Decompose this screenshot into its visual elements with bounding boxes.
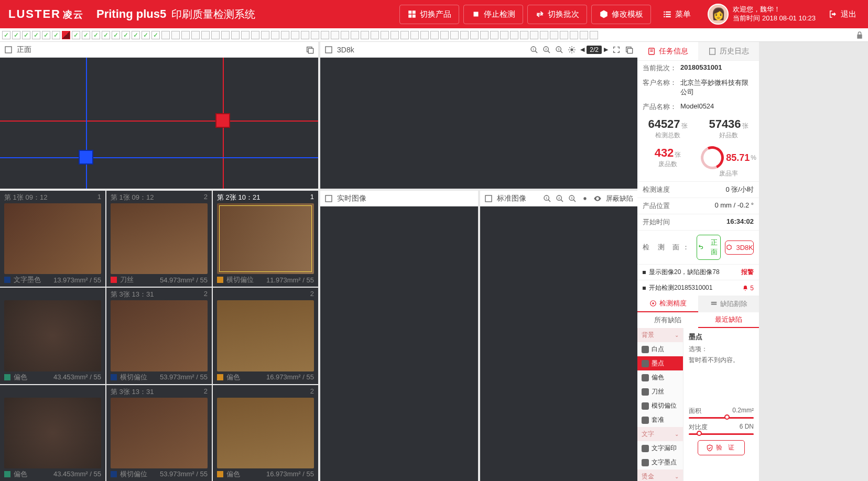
brightness-icon[interactable]	[581, 194, 589, 203]
blue-marker[interactable]	[79, 150, 93, 165]
front-canvas[interactable]	[0, 58, 318, 189]
status-empty[interactable]	[510, 31, 518, 39]
status-empty[interactable]	[281, 31, 289, 39]
status-empty[interactable]	[490, 31, 498, 39]
surface-front-button[interactable]: 正面	[697, 235, 721, 260]
status-empty[interactable]	[221, 31, 230, 39]
status-check[interactable]: ✓	[2, 31, 10, 39]
status-empty[interactable]	[271, 31, 279, 39]
zoom-3-icon[interactable]: 3	[568, 194, 577, 203]
status-empty[interactable]	[420, 31, 429, 39]
status-empty[interactable]	[400, 31, 409, 39]
modify-template-button[interactable]: 修改模板	[591, 5, 651, 24]
status-check[interactable]: ✓	[12, 31, 20, 39]
tab-history[interactable]: 历史日志	[698, 42, 759, 60]
switch-product-button[interactable]: 切换产品	[399, 5, 459, 24]
surface-3d-button[interactable]: 3D8K	[725, 240, 754, 255]
defect-card[interactable]: 2 偏色16.973mm² / 55	[213, 288, 318, 384]
status-empty[interactable]	[410, 31, 419, 39]
category-group[interactable]: 烫金⌄	[637, 469, 683, 481]
status-empty[interactable]	[470, 31, 479, 39]
lock-button[interactable]	[854, 29, 865, 41]
status-empty[interactable]	[191, 31, 200, 39]
category-item[interactable]: 文字墨点	[637, 455, 683, 469]
brightness-icon[interactable]	[568, 46, 576, 54]
status-empty[interactable]	[331, 31, 339, 39]
tab-task-info[interactable]: 任务信息	[637, 42, 698, 60]
status-empty[interactable]	[161, 31, 170, 39]
status-check[interactable]: ✓	[122, 31, 130, 39]
zoom-2-icon[interactable]: 2	[542, 46, 551, 54]
deftab-recent[interactable]: 最近缺陷	[698, 312, 759, 328]
status-empty[interactable]	[371, 31, 379, 39]
status-empty[interactable]	[460, 31, 469, 39]
defect-card[interactable]: 偏色43.453mm² / 55	[0, 385, 105, 481]
stack-icon[interactable]	[306, 46, 314, 54]
status-empty[interactable]	[171, 31, 180, 39]
status-empty[interactable]	[251, 31, 259, 39]
status-empty[interactable]	[211, 31, 220, 39]
status-empty[interactable]	[560, 31, 568, 39]
status-empty[interactable]	[550, 31, 558, 39]
status-empty[interactable]	[530, 31, 538, 39]
category-item[interactable]: 白点	[637, 342, 683, 356]
status-empty[interactable]	[381, 31, 389, 39]
status-check[interactable]: ✓	[32, 31, 40, 39]
status-empty[interactable]	[480, 31, 489, 39]
status-empty[interactable]	[440, 31, 449, 39]
defect-card[interactable]: 第 2张 10：211 横切偏位11.973mm² / 55	[213, 191, 318, 287]
category-item[interactable]: 墨点	[637, 356, 683, 370]
zoom-1-icon[interactable]: 1	[543, 194, 551, 203]
status-check[interactable]: ✓	[82, 31, 90, 39]
category-item[interactable]: 套准	[637, 413, 683, 427]
status-empty[interactable]	[351, 31, 359, 39]
status-check[interactable]: ✓	[112, 31, 120, 39]
status-check[interactable]: ✓	[132, 31, 140, 39]
status-empty[interactable]	[520, 31, 528, 39]
area-slider[interactable]: 面积0.2mm²	[689, 407, 754, 419]
zoom-1-icon[interactable]: 1	[530, 46, 538, 54]
standard-canvas[interactable]	[480, 206, 638, 481]
stack-icon[interactable]	[625, 46, 633, 54]
status-check[interactable]: ✓	[102, 31, 110, 39]
mask-defect-label[interactable]: 屏蔽缺陷	[606, 194, 633, 203]
zoom-3-icon[interactable]: 3	[555, 46, 563, 54]
stop-detect-button[interactable]: 停止检测	[463, 5, 523, 24]
defect-card[interactable]: 第 1张 09：122 刀丝54.973mm² / 55	[106, 191, 212, 287]
status-check[interactable]: ✓	[42, 31, 50, 39]
switch-batch-button[interactable]: 切换批次	[527, 5, 587, 24]
category-group[interactable]: 背景⌄	[637, 328, 683, 342]
page-nav[interactable]: ◀2/2▶	[580, 46, 608, 54]
status-empty[interactable]	[500, 31, 508, 39]
defect-card[interactable]: 第 1张 09：121 文字墨色13.973mm² / 55	[0, 191, 105, 287]
subtab-precision[interactable]: 检测精度	[637, 296, 698, 312]
menu-button[interactable]: 菜单	[655, 5, 698, 24]
status-empty[interactable]	[341, 31, 349, 39]
status-empty[interactable]	[450, 31, 459, 39]
status-empty[interactable]	[430, 31, 439, 39]
status-empty[interactable]	[201, 31, 210, 39]
red-marker[interactable]	[215, 113, 230, 128]
status-empty[interactable]	[311, 31, 319, 39]
status-empty[interactable]	[390, 31, 399, 39]
status-check[interactable]: ✓	[22, 31, 30, 39]
contrast-slider[interactable]: 对比度6 DN	[689, 423, 754, 435]
defect-card[interactable]: 2 偏色16.973mm² / 55	[213, 385, 318, 481]
realtime-canvas[interactable]	[320, 206, 478, 481]
category-group[interactable]: 文字⌄	[637, 427, 683, 441]
status-empty[interactable]	[301, 31, 309, 39]
status-empty[interactable]	[361, 31, 369, 39]
deftab-all[interactable]: 所有缺陷	[637, 312, 698, 328]
category-item[interactable]: 文字漏印	[637, 441, 683, 455]
status-empty[interactable]	[181, 31, 190, 39]
verify-button[interactable]: 验 证	[698, 440, 745, 455]
category-item[interactable]: 偏色	[637, 370, 683, 385]
eye-icon[interactable]	[593, 194, 602, 203]
defect-card[interactable]: 第 3张 13：312 横切偏位53.973mm² / 55	[106, 288, 212, 384]
status-empty[interactable]	[590, 31, 598, 39]
status-empty[interactable]	[261, 31, 269, 39]
status-check[interactable]: ✓	[151, 31, 160, 39]
status-empty[interactable]	[291, 31, 299, 39]
status-empty[interactable]	[570, 31, 578, 39]
status-empty[interactable]	[540, 31, 548, 39]
